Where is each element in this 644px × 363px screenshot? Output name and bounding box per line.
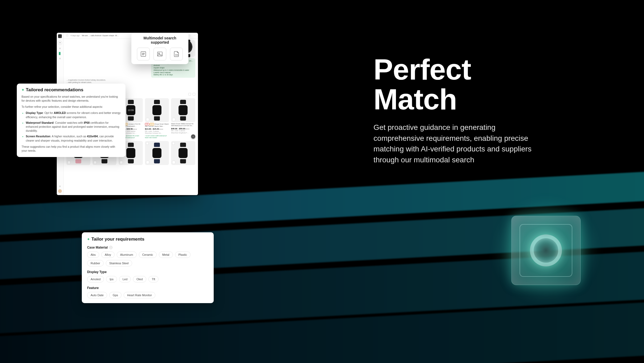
product-thumb[interactable] bbox=[145, 98, 169, 122]
product-keywords: • touch screen Ip68 waterproof heart rat… bbox=[145, 135, 169, 139]
recs-item: Display Type: Opt for AMOLED screens for… bbox=[26, 111, 121, 119]
tailor-option-pill[interactable]: Alloy bbox=[101, 251, 115, 258]
sparkle-icon: ✦ bbox=[87, 237, 90, 241]
svg-point-2 bbox=[194, 35, 195, 36]
tailor-option-pill[interactable]: Heart Rate Monitor bbox=[124, 292, 155, 298]
tailor-options: Auto DateGpsHeart Rate Monitor bbox=[87, 292, 208, 298]
favorite-icon[interactable] bbox=[120, 161, 123, 164]
tailor-option-pill[interactable]: Aluminum bbox=[117, 251, 137, 258]
product-meta: CE(m)Choyp Smart Watch Men Women Sports … bbox=[145, 123, 169, 139]
recs-item: Waterproof Standard: Consider watches wi… bbox=[26, 121, 121, 133]
product-moq: Min. order: 2 pieces bbox=[145, 130, 169, 133]
product-title: Watch Smart DM63 Android 4G SIM Waterpro… bbox=[171, 123, 195, 127]
tailor-group-label: Display Type bbox=[87, 270, 208, 274]
favorite-icon[interactable] bbox=[172, 118, 175, 121]
view-list-icon[interactable] bbox=[193, 93, 195, 96]
product-meta: Watch Smart DM63 Android 4G SIM Waterpro… bbox=[171, 123, 195, 134]
hero-title-line2: Match bbox=[374, 83, 457, 116]
brand-badge-icon bbox=[172, 142, 175, 145]
pin-icon[interactable] bbox=[188, 34, 191, 37]
favorite-icon[interactable] bbox=[94, 161, 97, 164]
info-icon[interactable]: i bbox=[109, 246, 112, 249]
favorite-icon[interactable] bbox=[172, 161, 175, 164]
query-note-line: -Square shape bbox=[153, 67, 193, 69]
hero-title-line1: Perfect bbox=[374, 53, 471, 86]
more-icon[interactable] bbox=[193, 34, 196, 37]
query-note-line: -Waterproof up to 1 meters immersible in… bbox=[153, 69, 193, 72]
scroll-hint-fab[interactable]: › bbox=[191, 134, 195, 139]
product-thumb[interactable] bbox=[171, 141, 195, 165]
tailor-option-pill[interactable]: Auto Date bbox=[87, 292, 107, 298]
product-title: CE(m)Choyp Smart Watch Men Women Sports … bbox=[145, 123, 169, 127]
svg-rect-5 bbox=[157, 52, 162, 56]
mode-image-icon[interactable] bbox=[153, 48, 166, 60]
brand-badge-icon bbox=[146, 142, 149, 145]
tailor-option-pill[interactable]: Amoled bbox=[87, 276, 104, 282]
tailor-options: AmoledIpsLedOledTft bbox=[87, 276, 208, 282]
sparkle-icon: ✦ bbox=[22, 88, 24, 92]
product-card[interactable] bbox=[145, 141, 169, 165]
tailor-option-pill[interactable]: Plastic bbox=[175, 251, 191, 258]
avatar[interactable] bbox=[58, 189, 62, 193]
tailor-group-label: Feature bbox=[87, 286, 208, 290]
product-moq: Min. order: 2 pieces bbox=[171, 130, 195, 132]
tailor-option-pill[interactable]: Led bbox=[119, 276, 131, 282]
new-chat-button[interactable]: + bbox=[58, 41, 62, 45]
hero-graphic-cube bbox=[511, 216, 581, 285]
tailor-group: FeatureAuto DateGpsHeart Rate Monitor bbox=[87, 286, 208, 298]
favorite-icon[interactable] bbox=[146, 118, 149, 121]
product-card[interactable]: Watch Smart DM63 Android 4G SIM Waterpro… bbox=[171, 98, 195, 139]
mode-text-icon[interactable] bbox=[137, 48, 150, 60]
rail-item[interactable] bbox=[59, 48, 61, 49]
hero-subtitle: Get proactive guidance in generating com… bbox=[374, 122, 544, 165]
tailor-group: Display TypeAmoledIpsLedOledTft bbox=[87, 270, 208, 282]
tailor-option-pill[interactable]: Rubber bbox=[87, 260, 104, 266]
rail-item-active[interactable] bbox=[60, 52, 60, 55]
assistant-line: …d application involves festive holiday … bbox=[66, 79, 195, 81]
hero-title: Perfect Match bbox=[374, 55, 605, 114]
topbar-timestamp: 4 days ago bbox=[71, 35, 80, 36]
multimodal-card: Multimodel search supported EXL bbox=[131, 33, 188, 64]
product-card[interactable]: CE(m)Choyp Smart Watch Men Women Sports … bbox=[145, 98, 169, 139]
tailor-option-pill[interactable]: Metal bbox=[159, 251, 173, 258]
tailor-group: Case MaterialiAbsAlloyAluminumCeramicMet… bbox=[87, 246, 208, 266]
multimodal-title: Multimodel search supported bbox=[135, 36, 185, 44]
product-card[interactable] bbox=[171, 141, 195, 165]
recs-title: ✦ Tailored recommendations bbox=[22, 87, 121, 93]
clock-icon bbox=[66, 34, 68, 37]
tailor-option-pill[interactable]: Ceramic bbox=[139, 251, 157, 258]
query-note-line: -Android bbox=[153, 64, 193, 67]
mode-spreadsheet-icon[interactable]: EXL bbox=[170, 48, 183, 60]
favorite-icon[interactable] bbox=[146, 161, 149, 164]
rail-help-icon[interactable] bbox=[59, 185, 61, 187]
recs-outro: These suggestions can help you find a pr… bbox=[22, 145, 121, 153]
tailor-option-pill[interactable]: Tft bbox=[148, 276, 159, 282]
rail-item[interactable] bbox=[59, 58, 61, 59]
svg-point-3 bbox=[195, 35, 195, 36]
favorite-icon[interactable] bbox=[67, 161, 71, 164]
app-logo-icon[interactable] bbox=[58, 34, 62, 38]
tailor-option-pill[interactable]: Gps bbox=[109, 292, 121, 298]
product-thumb[interactable] bbox=[145, 141, 169, 165]
product-supplier: Shenzhen KingAnda T… bbox=[171, 132, 195, 134]
recs-title-text: Tailored recommendations bbox=[26, 87, 83, 93]
recs-item: Screen Resolution: A higher resolution, … bbox=[26, 134, 121, 142]
product-price: $14.00 - $15.20/piece bbox=[145, 128, 169, 130]
tailor-card: ✦ Tailor your requirements Case Material… bbox=[82, 232, 214, 303]
tailor-group-label: Case Materiali bbox=[87, 246, 208, 249]
recs-intro-2: To further refine your selection, consid… bbox=[22, 105, 121, 109]
svg-point-6 bbox=[159, 53, 160, 54]
svg-point-1 bbox=[194, 35, 194, 36]
tailor-option-pill[interactable]: Abs bbox=[87, 251, 99, 258]
recommendations-card: ✦ Tailored recommendations Based on your… bbox=[17, 84, 125, 157]
tailor-option-pill[interactable]: Oled bbox=[133, 276, 146, 282]
query-note-line: -Leather band material bbox=[153, 72, 193, 74]
tailor-title-text: Tailor your requirements bbox=[91, 237, 144, 242]
svg-text:EXL: EXL bbox=[175, 54, 179, 56]
product-thumb[interactable] bbox=[171, 98, 195, 122]
tailor-option-pill[interactable]: Ips bbox=[106, 276, 117, 282]
product-supplier: Shenzhen Linwear Inn… bbox=[145, 132, 169, 134]
view-grid-icon[interactable] bbox=[188, 93, 191, 96]
tailor-option-pill[interactable]: Stainless Steel bbox=[106, 260, 132, 266]
query-note-line: -Battery life 11 to 30 days bbox=[153, 74, 193, 76]
